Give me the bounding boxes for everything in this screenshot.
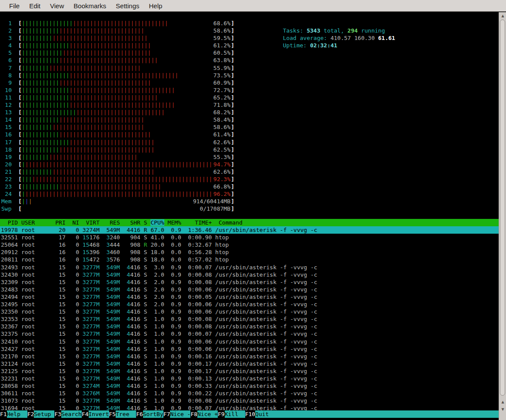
meter-open-bracket: [ bbox=[18, 123, 22, 131]
process-state: S bbox=[144, 264, 147, 271]
table-row[interactable]: 32430 root 15 0 3277M 549M 4416 S 2.0 0.… bbox=[0, 271, 499, 278]
fkey-f8-nice-button[interactable]: Nice + bbox=[197, 410, 218, 418]
column-header-pid[interactable]: PID bbox=[1, 219, 18, 226]
fkey-f7-nice-button[interactable]: Nice - bbox=[170, 410, 190, 418]
meter-close-bracket: ] bbox=[231, 139, 234, 146]
fkey-f4-invert-button[interactable]: Invert bbox=[89, 410, 109, 418]
cpu-meter-10-gauge: [|||||||||||||||||||||||||||||||||||||||… bbox=[18, 86, 234, 94]
table-row[interactable]: 31073 root 15 0 3277M 549M 4416 S 1.0 0.… bbox=[0, 397, 499, 404]
fkey-f6-key[interactable]: F6 bbox=[136, 410, 143, 418]
cpu-meter-23-value: 66.8% bbox=[213, 183, 230, 190]
meter-open-bracket: [ bbox=[18, 168, 22, 175]
fkey-f8-key[interactable]: F8 bbox=[190, 410, 197, 418]
fkey-f10-key[interactable]: F10 bbox=[245, 410, 255, 418]
scrollbar-track[interactable]: ▲ ▲ ▼ bbox=[499, 12, 506, 420]
fkey-f5-tree-button[interactable]: Tree bbox=[116, 410, 136, 418]
load-average-label: Load average: bbox=[283, 35, 331, 41]
cpu-meter-21: 21[|||||||||||||||||||||||||||||||||||||… bbox=[0, 168, 243, 175]
meter-open-bracket: [ bbox=[18, 34, 22, 42]
fkey-f1-help-button[interactable]: Help bbox=[7, 410, 27, 418]
cpu-meter-8-bars: ||||||||||||||||||||||||||||||||||||||||… bbox=[22, 72, 213, 79]
fkey-f5-key[interactable]: F5 bbox=[109, 410, 116, 418]
table-row[interactable]: 32170 root 15 0 3277M 549M 4416 S 1.0 0.… bbox=[0, 353, 499, 360]
tasks-total-label: total, bbox=[320, 27, 348, 34]
column-header-command[interactable]: Command bbox=[215, 219, 243, 226]
table-row[interactable]: 20912 root 16 0 15396 3460 908 S 18.0 0.… bbox=[0, 248, 499, 256]
column-header-s[interactable]: S bbox=[144, 219, 147, 226]
menu-bookmarks[interactable]: Bookmarks bbox=[69, 1, 111, 10]
scrollbar-down-button[interactable]: ▼ bbox=[499, 406, 506, 413]
table-row[interactable]: 32350 root 15 0 3277M 549M 4416 S 1.0 0.… bbox=[0, 308, 499, 315]
process-state: S bbox=[144, 346, 147, 352]
fkey-f2-key[interactable]: F2 bbox=[27, 410, 34, 418]
fkey-f3-search-button[interactable]: Search bbox=[61, 410, 82, 418]
column-header-user[interactable]: USER bbox=[21, 219, 52, 226]
process-state: S bbox=[144, 360, 147, 367]
column-header-time[interactable]: TIME+ bbox=[185, 219, 212, 226]
table-row[interactable]: 32495 root 15 0 3277M 549M 4416 S 2.0 0.… bbox=[0, 301, 499, 308]
function-key-bar: F1Help F2Setup F3SearchF4InvertF5Tree F6… bbox=[0, 410, 499, 418]
column-header-mem[interactable]: MEM% bbox=[168, 219, 181, 226]
meter-open-bracket: [ bbox=[18, 56, 22, 64]
table-row[interactable]: 30611 root 15 0 3276M 549M 4416 S 1.0 0.… bbox=[0, 390, 499, 397]
fkey-f6-sortby-button[interactable]: SortBy bbox=[143, 410, 163, 418]
table-row[interactable]: 32309 root 15 0 3277M 549M 4416 S 2.0 0.… bbox=[0, 278, 499, 286]
cpu-meter-24: 24[|||||||||||||||||||||||||||||||||||||… bbox=[0, 190, 243, 198]
column-header-pri[interactable]: PRI bbox=[55, 219, 65, 226]
cpu-meter-5-bars: |||||||||||||||||||||||||||||||||||||| bbox=[22, 49, 213, 56]
menu-file[interactable]: File bbox=[4, 1, 24, 10]
cpu-meter-20-gauge: [|||||||||||||||||||||||||||||||||||||||… bbox=[18, 161, 234, 168]
fkey-f7-key[interactable]: F7 bbox=[163, 410, 170, 418]
fkey-f3-key[interactable]: F3 bbox=[54, 410, 61, 418]
table-row[interactable]: 32551 root 17 0 15176 3240 904 S 41.0 0.… bbox=[0, 234, 499, 241]
table-row[interactable]: 32410 root 15 0 3277M 549M 4416 S 1.0 0.… bbox=[0, 338, 499, 345]
table-row[interactable]: 32375 root 15 0 3277M 549M 4416 S 1.0 0.… bbox=[0, 330, 499, 337]
column-header-shr[interactable]: SHR bbox=[123, 219, 140, 226]
cpu-meter-21-gauge: [|||||||||||||||||||||||||||||||||||||||… bbox=[18, 168, 234, 175]
table-row[interactable]: 32494 root 15 0 3277M 549M 4416 S 2.0 0.… bbox=[0, 293, 499, 301]
table-row-selected[interactable]: 19978 root 20 0 3274M 549M 4416 R 67.0 0… bbox=[0, 226, 499, 234]
column-header-cpu[interactable]: CPU% bbox=[150, 219, 164, 226]
meter-open-bracket: [ bbox=[18, 183, 22, 190]
fkey-f9-key[interactable]: F9 bbox=[218, 410, 225, 418]
fkey-f2-setup-button[interactable]: Setup bbox=[34, 410, 54, 418]
table-row[interactable]: 32367 root 15 0 3277M 549M 4416 S 1.0 0.… bbox=[0, 323, 499, 330]
cpu-meter-5-label: 5 bbox=[1, 49, 12, 56]
cpu-meter-13: 13[|||||||||||||||||||||||||||||||||||||… bbox=[0, 109, 243, 116]
cpu-meter-1-label: 1 bbox=[1, 20, 12, 27]
menu-settings[interactable]: Settings bbox=[111, 1, 144, 10]
menu-edit[interactable]: Edit bbox=[24, 1, 45, 10]
table-row[interactable]: 28058 root 15 0 3274M 549M 4416 S 1.0 0.… bbox=[0, 382, 499, 390]
column-header-ni[interactable]: NI bbox=[69, 219, 79, 226]
menu-view[interactable]: View bbox=[45, 1, 69, 10]
scrollbar-thumb[interactable] bbox=[500, 20, 505, 396]
menu-help[interactable]: Help bbox=[144, 1, 167, 10]
table-row[interactable]: 32124 root 15 0 3277M 549M 4416 S 1.0 0.… bbox=[0, 360, 499, 367]
table-row[interactable]: 32427 root 15 0 3277M 549M 4416 S 1.0 0.… bbox=[0, 345, 499, 353]
swap-meter-value: 0/17087MB bbox=[199, 205, 230, 212]
table-row[interactable]: 32483 root 15 0 3277M 549M 4416 S 2.0 0.… bbox=[0, 286, 499, 293]
cpu-meter-5-value: 60.5% bbox=[213, 49, 230, 56]
cpu-meter-1-bars: ||||||||||||||||||||||||||||||||||||||||… bbox=[22, 20, 213, 27]
scrollbar-up-button-top[interactable]: ▲ bbox=[499, 12, 506, 19]
fkey-f9-kill-button[interactable]: Kill bbox=[225, 410, 245, 418]
meter-open-bracket: [ bbox=[18, 175, 22, 183]
cpu-meter-2-bars: |||||||||||||||||||||||||||||||||||| bbox=[22, 27, 213, 34]
process-state: S bbox=[144, 338, 147, 345]
table-row[interactable]: 25064 root 16 0 15468 3444 908 R 20.0 0.… bbox=[0, 241, 499, 248]
column-header-virt[interactable]: VIRT bbox=[83, 219, 100, 226]
fkey-f4-key[interactable]: F4 bbox=[82, 410, 89, 418]
cpu-meter-4: 4[||||||||||||||||||||||||||||||||||||||… bbox=[0, 42, 243, 49]
htop-terminal-window: FileEditViewBookmarksSettingsHelp 1[||||… bbox=[0, 0, 506, 420]
fkey-f10-quit-button[interactable]: Quit bbox=[255, 410, 276, 418]
scrollbar-up-button-bottom[interactable]: ▲ bbox=[499, 398, 506, 405]
cpu-meter-12-gauge: [|||||||||||||||||||||||||||||||||||||||… bbox=[18, 101, 234, 109]
cpu-meter-24-bars: ||||||||||||||||||||||||||||||||||||||||… bbox=[22, 190, 213, 198]
table-row[interactable]: 32231 root 15 0 3277M 549M 4416 S 1.0 0.… bbox=[0, 375, 499, 382]
fkey-f1-key[interactable]: F1 bbox=[0, 410, 7, 418]
column-header-res[interactable]: RES bbox=[103, 219, 120, 226]
table-row[interactable]: 32353 root 15 0 3277M 549M 4416 S 1.0 0.… bbox=[0, 315, 499, 323]
table-row[interactable]: 32493 root 15 0 3277M 549M 4416 S 3.0 0.… bbox=[0, 264, 499, 271]
table-row[interactable]: 32125 root 15 0 3277M 549M 4416 S 1.0 0.… bbox=[0, 367, 499, 375]
table-row[interactable]: 20811 root 16 0 15472 3576 908 S 18.0 0.… bbox=[0, 256, 499, 263]
